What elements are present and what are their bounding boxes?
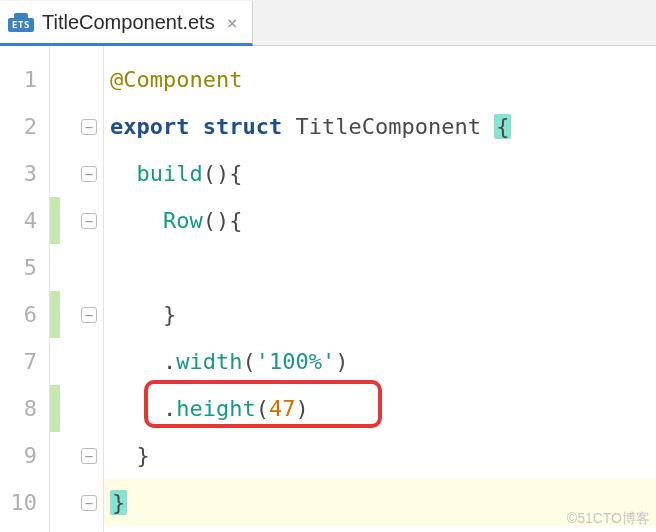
- line-number: 5: [0, 244, 49, 291]
- tab-active[interactable]: ETS TitleComponent.ets ×: [0, 1, 253, 46]
- line-number: 7: [0, 338, 49, 385]
- watermark-text: ©51CTO博客: [567, 510, 650, 528]
- line-number: 2: [0, 103, 49, 150]
- fold-toggle-icon[interactable]: −: [81, 495, 97, 511]
- fold-gutter: − − − − − −: [50, 46, 104, 532]
- line-number: 4: [0, 197, 49, 244]
- tab-filename: TitleComponent.ets: [42, 11, 215, 34]
- code-area[interactable]: @Component export struct TitleComponent …: [104, 46, 656, 532]
- code-line[interactable]: Row(){: [110, 197, 656, 244]
- close-icon[interactable]: ×: [223, 12, 238, 33]
- code-line[interactable]: build(){: [110, 150, 656, 197]
- fold-toggle-icon[interactable]: −: [81, 166, 97, 182]
- change-marker: [50, 291, 60, 338]
- change-marker: [50, 385, 60, 432]
- matched-brace: {: [494, 114, 511, 139]
- tab-bar: ETS TitleComponent.ets ×: [0, 0, 656, 46]
- fold-toggle-icon[interactable]: −: [81, 213, 97, 229]
- line-number: 8: [0, 385, 49, 432]
- code-line[interactable]: [110, 244, 656, 291]
- matched-brace: }: [110, 490, 127, 515]
- code-line[interactable]: export struct TitleComponent {: [110, 103, 656, 150]
- code-line[interactable]: .width('100%'): [110, 338, 656, 385]
- editor[interactable]: 1 2 3 4 5 6 7 8 9 10 − − − − − − @Compon…: [0, 46, 656, 532]
- line-number: 9: [0, 432, 49, 479]
- code-line[interactable]: .height(47): [110, 385, 656, 432]
- line-gutter: 1 2 3 4 5 6 7 8 9 10: [0, 46, 50, 532]
- line-number: 6: [0, 291, 49, 338]
- line-number: 3: [0, 150, 49, 197]
- line-number: 10: [0, 479, 49, 526]
- line-number: 1: [0, 56, 49, 103]
- change-marker: [50, 197, 60, 244]
- code-line[interactable]: }: [110, 432, 656, 479]
- fold-toggle-icon[interactable]: −: [81, 307, 97, 323]
- code-line[interactable]: @Component: [110, 56, 656, 103]
- ets-file-icon: ETS: [8, 13, 34, 32]
- fold-toggle-icon[interactable]: −: [81, 448, 97, 464]
- fold-toggle-icon[interactable]: −: [81, 119, 97, 135]
- code-line[interactable]: }: [110, 291, 656, 338]
